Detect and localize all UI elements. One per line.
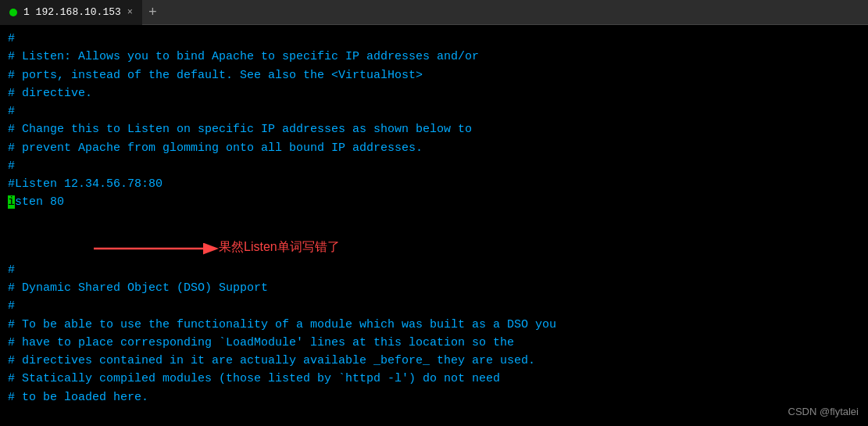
tab-close-button[interactable]: × xyxy=(127,7,133,18)
terminal-line-14: # To be able to use the functionality of… xyxy=(8,316,860,334)
terminal-line-6: # prevent Apache from glomming onto all … xyxy=(8,139,860,157)
terminal-line-18: # to be loaded here. xyxy=(8,388,860,406)
tab-status-dot xyxy=(9,9,17,16)
terminal-line-8: #Listen 12.34.56.78:80 xyxy=(8,175,860,193)
terminal-line-1: # Listen: Allows you to bind Apache to s… xyxy=(8,48,860,66)
terminal-line-9: isten 80 xyxy=(8,193,860,211)
terminal-line-0: # xyxy=(8,30,860,48)
annotation-text: 果然Listen单词写错了 xyxy=(219,238,340,257)
terminal-tab[interactable]: 1 192.168.10.153 × xyxy=(0,0,142,25)
terminal-line-3: # directive. xyxy=(8,84,860,102)
terminal-line-7: # xyxy=(8,157,860,175)
tab-label: 1 192.168.10.153 xyxy=(23,6,121,18)
title-bar: 1 192.168.10.153 × + xyxy=(0,0,868,25)
annotation-arrow xyxy=(94,234,234,263)
watermark: CSDN @flytalei xyxy=(788,404,859,420)
terminal-line-15: # have to place corresponding `LoadModul… xyxy=(8,334,860,352)
new-tab-button[interactable]: + xyxy=(142,5,163,20)
listen-rest: sten 80 xyxy=(15,195,64,209)
terminal-line-10 xyxy=(8,212,860,230)
terminal-area[interactable]: # # Listen: Allows you to bind Apache to… xyxy=(0,25,868,426)
terminal-line-13: # xyxy=(8,297,860,315)
terminal-line-4: # xyxy=(8,102,860,120)
terminal-line-5: # Change this to Listen on specific IP a… xyxy=(8,120,860,138)
terminal-line-17: # Statically compiled modules (those lis… xyxy=(8,370,860,388)
terminal-line-2: # ports, instead of the default. See als… xyxy=(8,66,860,84)
terminal-line-16: # directives contained in it are actuall… xyxy=(8,352,860,370)
terminal-line-11: # xyxy=(8,261,860,279)
terminal-line-12: # Dynamic Shared Object (DSO) Support xyxy=(8,279,860,297)
cursor-char: i xyxy=(8,195,15,209)
